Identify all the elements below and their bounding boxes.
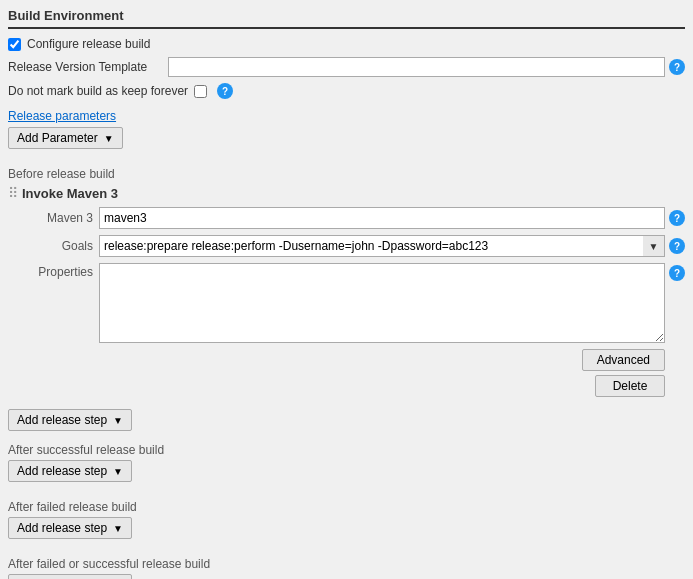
properties-textarea[interactable] xyxy=(99,263,665,343)
after-failed-label: After failed release build xyxy=(8,500,685,514)
goals-dropdown-icon[interactable]: ▼ xyxy=(643,235,665,257)
goals-input[interactable] xyxy=(99,235,643,257)
after-failed-or-successful-label: After failed or successful release build xyxy=(8,557,685,571)
advanced-button[interactable]: Advanced xyxy=(582,349,665,371)
add-release-step-arrow-icon-1: ▼ xyxy=(113,415,123,426)
maven3-label: Maven 3 xyxy=(18,211,93,225)
release-version-template-input[interactable] xyxy=(168,57,665,77)
add-release-step-label-2: Add release step xyxy=(17,464,107,478)
section-title: Build Environment xyxy=(8,8,685,29)
goals-help-icon[interactable]: ? xyxy=(669,238,685,254)
add-release-step-button-2[interactable]: Add release step ▼ xyxy=(8,460,132,482)
goals-label: Goals xyxy=(18,239,93,253)
configure-release-build-checkbox[interactable] xyxy=(8,38,21,51)
add-release-step-label-3: Add release step xyxy=(17,521,107,535)
configure-release-build-label: Configure release build xyxy=(27,37,150,51)
properties-label: Properties xyxy=(18,263,93,279)
do-not-mark-checkbox[interactable] xyxy=(194,85,207,98)
drag-handle-icon[interactable]: ⠿ xyxy=(8,185,18,201)
add-release-step-button-4[interactable]: Add release step ▼ xyxy=(8,574,132,579)
after-successful-label: After successful release build xyxy=(8,443,685,457)
add-parameter-button[interactable]: Add Parameter ▼ xyxy=(8,127,123,149)
add-parameter-arrow-icon: ▼ xyxy=(104,133,114,144)
release-parameters-link[interactable]: Release parameters xyxy=(8,109,685,123)
maven3-help-icon[interactable]: ? xyxy=(669,210,685,226)
do-not-mark-label: Do not mark build as keep forever xyxy=(8,84,188,98)
release-version-template-help-icon[interactable]: ? xyxy=(669,59,685,75)
before-release-label: Before release build xyxy=(8,167,685,181)
delete-button[interactable]: Delete xyxy=(595,375,665,397)
invoke-maven-title: Invoke Maven 3 xyxy=(22,186,118,201)
add-release-step-button-1[interactable]: Add release step ▼ xyxy=(8,409,132,431)
add-release-step-arrow-icon-2: ▼ xyxy=(113,466,123,477)
release-version-template-label: Release Version Template xyxy=(8,60,168,74)
properties-help-icon[interactable]: ? xyxy=(669,265,685,281)
add-parameter-label: Add Parameter xyxy=(17,131,98,145)
add-release-step-arrow-icon-3: ▼ xyxy=(113,523,123,534)
do-not-mark-help-icon[interactable]: ? xyxy=(217,83,233,99)
maven3-select[interactable]: maven3 xyxy=(99,207,665,229)
add-release-step-button-3[interactable]: Add release step ▼ xyxy=(8,517,132,539)
add-release-step-label-1: Add release step xyxy=(17,413,107,427)
